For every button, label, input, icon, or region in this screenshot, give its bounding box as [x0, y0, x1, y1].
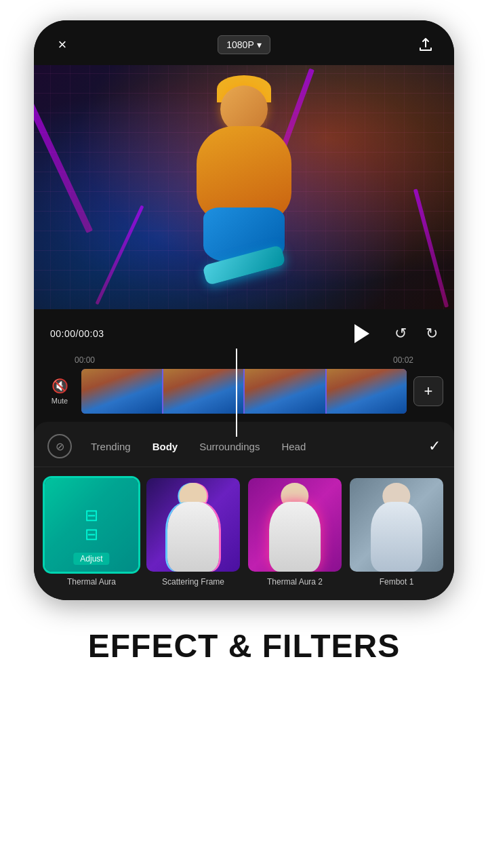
current-time: 00:00 — [50, 328, 76, 339]
timeline-track: 🔇 Mute Main video Thermal Aura + — [34, 369, 454, 414]
confirm-button[interactable]: ✓ — [428, 437, 441, 455]
bottom-title-section: EFFECT & FILTERS — [75, 600, 413, 685]
playhead — [236, 349, 237, 437]
export-button[interactable] — [413, 33, 438, 57]
tab-trending[interactable]: Trending — [80, 435, 142, 458]
thumb-person-fembot — [350, 478, 443, 572]
playback-bar: 00:00/00:03 ↺ ↻ — [34, 309, 454, 355]
video-preview — [34, 65, 454, 309]
playback-controls: ↺ ↻ — [346, 319, 438, 349]
effect-label-scattering: Scattering Frame — [162, 577, 224, 587]
video-background — [34, 65, 454, 309]
frame-thumb-1 — [81, 369, 162, 414]
effect-item-fembot[interactable]: Fembot 1 — [350, 478, 443, 587]
effect-panel: ⊘ Trending Body Surroundings Head ✓ ⊟⊟ A… — [34, 422, 454, 600]
effect-thumbnail-fembot — [350, 478, 443, 572]
effect-item-thermal2[interactable]: Thermal Aura 2 — [248, 478, 342, 587]
play-button[interactable] — [346, 319, 375, 349]
resolution-button[interactable]: 1080P ▾ — [218, 35, 270, 54]
redo-button[interactable]: ↻ — [426, 325, 438, 342]
effect-label-fembot: Fembot 1 — [380, 577, 414, 587]
phone-wrapper: × 1080P ▾ — [0, 0, 488, 685]
close-button[interactable]: × — [50, 33, 75, 57]
person-body — [197, 126, 291, 221]
thumb-person-thermal2 — [248, 478, 342, 572]
resolution-dropdown-icon: ▾ — [257, 39, 262, 50]
person-shape — [163, 85, 325, 289]
time-display: 00:00/00:03 — [50, 328, 104, 339]
add-track-button[interactable]: + — [413, 376, 443, 406]
no-effect-button[interactable]: ⊘ — [47, 434, 72, 458]
frame-thumb-4 — [327, 369, 407, 414]
effect-label-thermal-aura: Thermal Aura — [67, 577, 116, 587]
playback-time-row: 00:00/00:03 ↺ ↻ — [50, 319, 438, 349]
total-time: 00:03 — [79, 328, 104, 339]
phone-shell: × 1080P ▾ — [34, 20, 454, 600]
effect-thumbnail-thermal-aura: ⊟⊟ Adjust — [45, 478, 138, 572]
top-bar: × 1080P ▾ — [34, 20, 454, 65]
thumb-body-fembot — [371, 502, 422, 572]
effect-tabs: ⊘ Trending Body Surroundings Head ✓ — [34, 422, 454, 467]
timeline-ruler: 00:00 00:02 — [34, 355, 454, 369]
mute-label: Mute — [52, 397, 68, 405]
main-title: EFFECT & FILTERS — [88, 627, 400, 665]
thumb-body-thermal2 — [269, 502, 321, 572]
thumb-person-scattering — [146, 478, 240, 572]
tab-body[interactable]: Body — [142, 435, 189, 458]
effect-grid: ⊟⊟ Adjust Thermal Aura Scattering Fram — [34, 467, 454, 600]
tab-surroundings[interactable]: Surroundings — [188, 435, 270, 458]
effect-thumbnail-thermal2 — [248, 478, 342, 572]
ruler-mark-start: 00:00 — [75, 355, 95, 365]
effect-label-thermal2: Thermal Aura 2 — [267, 577, 323, 587]
undo-button[interactable]: ↺ — [394, 325, 407, 342]
mute-control[interactable]: 🔇 Mute — [45, 378, 75, 405]
play-icon — [354, 324, 369, 343]
frame-thumb-2 — [163, 369, 244, 414]
adjust-label: Adjust — [73, 553, 109, 565]
effect-thumbnail-scattering — [146, 478, 240, 572]
track-frames[interactable]: Main video Thermal Aura — [81, 369, 407, 414]
adjust-icon: ⊟⊟ — [85, 506, 98, 544]
thumb-body-scattering — [167, 502, 219, 572]
ruler-mark-end: 00:02 — [393, 355, 413, 365]
effect-item-scattering[interactable]: Scattering Frame — [146, 478, 240, 587]
frame-thumb-3 — [245, 369, 325, 414]
tab-head[interactable]: Head — [270, 435, 317, 458]
timeline-section: 00:00 00:02 🔇 Mute Main video — [34, 355, 454, 422]
resolution-label: 1080P — [226, 39, 253, 50]
mute-icon: 🔇 — [52, 378, 68, 394]
effect-item-thermal-aura[interactable]: ⊟⊟ Adjust Thermal Aura — [45, 478, 138, 587]
subject-figure — [149, 79, 339, 296]
